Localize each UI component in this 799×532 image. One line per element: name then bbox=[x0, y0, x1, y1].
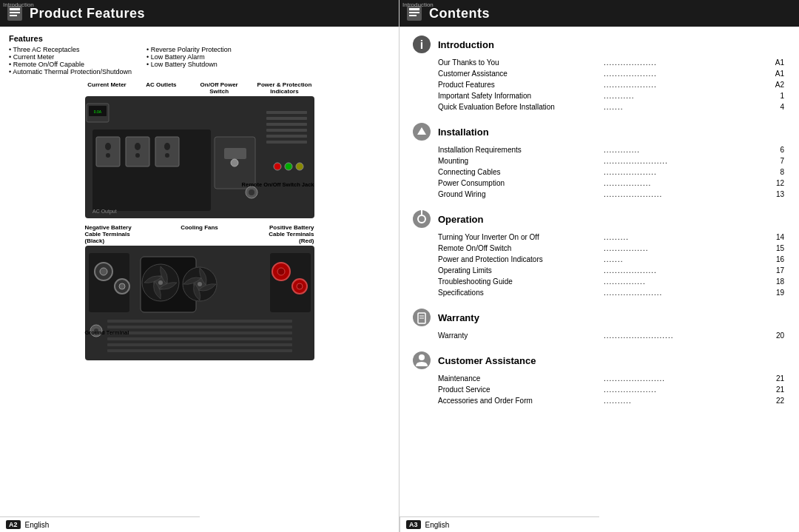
svg-point-10 bbox=[135, 143, 141, 150]
diagram-area: Current Meter AC Outlets On/Off Power Sw… bbox=[9, 81, 390, 362]
left-footer: A2 English bbox=[0, 516, 200, 532]
toc-entry: Our Thanks to You ................... A1 bbox=[438, 58, 784, 68]
feature-item: Automatic Thermal Protection/Shutdown bbox=[9, 68, 132, 75]
toc-operation-title: Operation bbox=[438, 214, 483, 225]
svg-point-45 bbox=[198, 282, 202, 286]
toc-entry: Customer Assistance ................... … bbox=[438, 69, 784, 79]
right-footer: A3 English bbox=[400, 516, 599, 532]
toc-entry: Accessories and Order Form .......... 22 bbox=[438, 396, 784, 406]
svg-point-74 bbox=[419, 354, 425, 360]
svg-rect-53 bbox=[107, 320, 292, 323]
svg-rect-3 bbox=[10, 15, 17, 16]
label-positive-battery: Positive Battery Cable Terminals (Red) bbox=[255, 224, 314, 244]
toc-section-warranty: Warranty Warranty ......................… bbox=[411, 307, 784, 341]
toc-customer-title: Customer Assistance bbox=[438, 355, 536, 366]
toc-entry: Installation Requirements ............. … bbox=[438, 145, 784, 155]
svg-point-28 bbox=[285, 163, 292, 170]
svg-text:AC Output: AC Output bbox=[92, 209, 117, 215]
left-language: English bbox=[25, 521, 50, 529]
inverter-bottom-diagram bbox=[85, 246, 314, 360]
svg-rect-56 bbox=[107, 337, 292, 340]
features-list-2: Reverse Polarity Protection Low Battery … bbox=[146, 46, 232, 68]
svg-rect-58 bbox=[107, 349, 292, 352]
svg-point-38 bbox=[119, 283, 125, 289]
svg-point-14 bbox=[165, 153, 169, 158]
svg-point-50 bbox=[297, 283, 303, 289]
label-onoff: On/Off Power Switch bbox=[193, 81, 245, 95]
toc-introduction-title: Introduction bbox=[438, 39, 494, 50]
features-list-1: Three AC Receptacles Current Meter Remot… bbox=[9, 46, 132, 75]
toc-entry: Product Service ................... 21 bbox=[438, 385, 784, 395]
toc-entry: Maintenance ...................... 21 bbox=[438, 374, 784, 384]
svg-point-23 bbox=[231, 159, 238, 166]
toc-installation-header: Installation bbox=[411, 121, 784, 142]
svg-rect-16 bbox=[266, 117, 307, 120]
right-page-badge: A3 bbox=[406, 520, 421, 529]
introduction-icon: i bbox=[411, 34, 432, 55]
features-columns: Three AC Receptacles Current Meter Remot… bbox=[9, 46, 390, 75]
svg-point-9 bbox=[105, 143, 111, 150]
feature-item: Current Meter bbox=[9, 53, 132, 61]
svg-rect-19 bbox=[266, 135, 307, 138]
features-col-2: Reverse Polarity Protection Low Battery … bbox=[146, 46, 232, 75]
svg-rect-6 bbox=[96, 137, 120, 166]
toc-installation-title: Installation bbox=[438, 127, 489, 138]
svg-rect-17 bbox=[266, 123, 307, 126]
features-title: Features bbox=[9, 34, 390, 43]
toc-installation-entries: Installation Requirements ............. … bbox=[438, 145, 784, 200]
toc-entry: Quick Evaluation Before Installation ...… bbox=[438, 102, 784, 112]
svg-point-48 bbox=[277, 268, 285, 275]
right-page-header: Introduction Contents bbox=[400, 0, 799, 27]
toc-operation-header: Operation bbox=[411, 209, 784, 229]
customer-icon bbox=[411, 350, 432, 371]
toc-introduction-entries: Our Thanks to You ................... A1… bbox=[438, 58, 784, 112]
svg-rect-57 bbox=[107, 343, 292, 346]
toc-entry: Warranty ......................... 20 bbox=[438, 331, 784, 341]
svg-rect-8 bbox=[155, 137, 179, 166]
feature-item: Remote On/Off Capable bbox=[9, 61, 132, 68]
left-page-title: Product Features bbox=[30, 6, 145, 21]
page-container: Introduction Product Features Features T… bbox=[0, 0, 799, 532]
svg-point-36 bbox=[100, 268, 107, 275]
callout-ground: Ground Terminal bbox=[85, 329, 129, 336]
toc-section-introduction: i Introduction Our Thanks to You .......… bbox=[411, 34, 784, 112]
toc-entry: Mounting ....................... 7 bbox=[438, 156, 784, 166]
left-content: Features Three AC Receptacles Current Me… bbox=[0, 27, 399, 516]
right-header-tag: Introduction bbox=[402, 1, 434, 8]
right-page: Introduction Contents i Introduction bbox=[400, 0, 799, 532]
toc-entry: Remote On/Off Switch ................ 15 bbox=[438, 243, 784, 254]
svg-text:0.0A: 0.0A bbox=[93, 110, 101, 114]
label-current-meter: Current Meter bbox=[85, 81, 129, 95]
toc-section-operation: Operation Turning Your Inverter On or Of… bbox=[411, 209, 784, 298]
features-col-1: Three AC Receptacles Current Meter Remot… bbox=[9, 46, 132, 75]
feature-item: Low Battery Shutdown bbox=[146, 61, 232, 68]
right-page-title: Contents bbox=[429, 6, 490, 21]
label-cooling-fans: Cooling Fans bbox=[174, 224, 226, 231]
toc-entry: Specifications ..................... 19 bbox=[438, 288, 784, 298]
left-header-tag: Introduction bbox=[3, 1, 34, 8]
svg-rect-61 bbox=[409, 12, 419, 13]
toc-entry: Connecting Cables ................... 8 bbox=[438, 167, 784, 178]
inverter-top-diagram: 0.0A AC Output bbox=[85, 96, 314, 218]
installation-icon bbox=[411, 121, 432, 142]
svg-point-42 bbox=[158, 280, 163, 285]
toc-entry: Operating Limits ................... 17 bbox=[438, 266, 784, 276]
toc-operation-entries: Turning Your Inverter On or Off ........… bbox=[438, 232, 784, 298]
toc-entry: Power Consumption ................. 12 bbox=[438, 178, 784, 189]
toc-warranty-entries: Warranty ......................... 20 bbox=[438, 331, 784, 341]
svg-rect-22 bbox=[224, 148, 246, 159]
warranty-icon bbox=[411, 307, 432, 328]
toc-entry: Important Safety Information ...........… bbox=[438, 91, 784, 101]
toc-entry: Power and Protection Indicators ....... … bbox=[438, 255, 784, 265]
svg-text:i: i bbox=[420, 38, 423, 51]
svg-rect-18 bbox=[266, 129, 307, 132]
svg-point-31 bbox=[249, 189, 254, 195]
toc-section-customer: Customer Assistance Maintenance ........… bbox=[411, 350, 784, 406]
label-negative-battery: Negative Battery Cable Terminals (Black) bbox=[85, 224, 144, 244]
svg-point-29 bbox=[296, 163, 303, 170]
label-power-protection: Power & Protection Indicators bbox=[254, 81, 314, 95]
feature-item: Reverse Polarity Protection bbox=[146, 46, 232, 53]
toc-entry: Product Features ................... A2 bbox=[438, 80, 784, 90]
toc-content: i Introduction Our Thanks to You .......… bbox=[400, 27, 799, 516]
svg-rect-60 bbox=[409, 8, 419, 10]
